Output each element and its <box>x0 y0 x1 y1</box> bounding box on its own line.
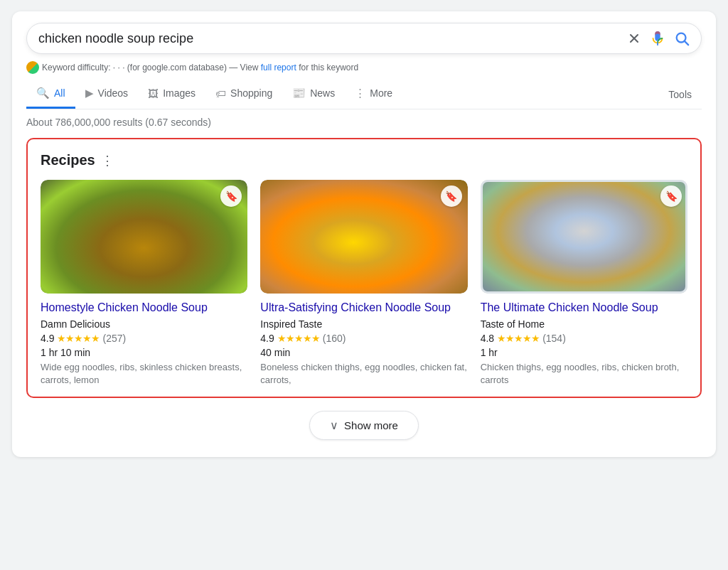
recipe-rating-1: 4.9 ★★★★★ (257) <box>41 333 247 344</box>
kw-full-report-link[interactable]: full report <box>261 63 296 72</box>
recipe-rating-value-2: 4.9 <box>260 333 274 344</box>
tools-tab[interactable]: Tools <box>658 82 702 107</box>
tab-more[interactable]: ⋮ More <box>345 80 402 109</box>
recipe-ingredients-3: Chicken thighs, egg noodles, ribs, chick… <box>481 361 687 387</box>
news-icon: 📰 <box>292 87 306 100</box>
recipe-stars-1: ★★★★★ <box>57 333 100 344</box>
page-wrapper: Keyword difficulty: · · · (for google.co… <box>12 11 716 457</box>
recipe-time-3: 1 hr <box>481 347 687 358</box>
search-bar <box>26 23 702 54</box>
nav-tabs: 🔍 All ▶ Videos 🖼 Images 🏷 Shopping 📰 New… <box>26 80 702 109</box>
recipe-rating-2: 4.9 ★★★★★ (160) <box>260 333 467 344</box>
tab-shopping-label: Shopping <box>230 87 272 99</box>
recipe-ingredients-1: Wide egg noodles, ribs, skinless chicken… <box>41 361 247 387</box>
tab-more-label: More <box>370 87 392 99</box>
recipe-image-3: 🔖 <box>481 180 687 294</box>
show-more-chevron: ∨ <box>330 419 338 432</box>
recipe-rating-count-3: (154) <box>542 333 566 344</box>
recipe-grid: 🔖 Homestyle Chicken Noodle Soup Damn Del… <box>41 180 687 387</box>
recipe-title-1[interactable]: Homestyle Chicken Noodle Soup <box>41 301 247 316</box>
videos-icon: ▶ <box>85 87 94 100</box>
voice-search-button[interactable] <box>650 31 665 46</box>
bookmark-button-3[interactable]: 🔖 <box>660 185 682 207</box>
recipe-stars-3: ★★★★★ <box>497 333 540 344</box>
images-icon: 🖼 <box>148 87 159 100</box>
recipes-options-button[interactable]: ⋮ <box>101 153 114 168</box>
tab-shopping[interactable]: 🏷 Shopping <box>205 80 282 109</box>
search-icons <box>627 31 690 46</box>
recipe-stars-2: ★★★★★ <box>277 333 320 344</box>
tab-images[interactable]: 🖼 Images <box>138 80 205 109</box>
recipe-item-3: 🔖 The Ultimate Chicken Noodle Soup Taste… <box>481 180 687 387</box>
recipe-time-1: 1 hr 10 min <box>41 347 247 358</box>
recipes-title: Recipes <box>41 152 95 168</box>
recipe-time-2: 40 min <box>260 347 467 358</box>
recipe-rating-count-2: (160) <box>323 333 346 344</box>
search-submit-button[interactable] <box>674 31 690 46</box>
recipe-rating-count-1: (257) <box>102 333 126 344</box>
recipe-ingredients-2: Boneless chicken thighs, egg noodles, ch… <box>260 361 467 387</box>
tab-all[interactable]: 🔍 All <box>26 80 75 109</box>
recipe-source-2: Inspired Taste <box>260 318 467 330</box>
search-input[interactable] <box>38 31 627 46</box>
bookmark-button-2[interactable]: 🔖 <box>441 185 462 207</box>
recipe-title-3[interactable]: The Ultimate Chicken Noodle Soup <box>481 301 687 316</box>
tab-news-label: News <box>310 87 335 99</box>
tab-videos-label: Videos <box>98 87 129 99</box>
more-icon: ⋮ <box>355 87 365 100</box>
kw-difficulty-text: Keyword difficulty: · · · (for google.co… <box>42 63 358 72</box>
svg-line-4 <box>685 41 688 45</box>
tab-videos[interactable]: ▶ Videos <box>75 80 139 109</box>
show-more-button[interactable]: ∨ Show more <box>309 411 419 440</box>
show-more-label: Show more <box>344 419 398 431</box>
tab-news[interactable]: 📰 News <box>282 80 345 109</box>
clear-button[interactable] <box>627 31 641 45</box>
recipe-source-1: Damn Delicious <box>41 318 247 330</box>
recipe-source-3: Taste of Home <box>481 318 687 330</box>
keyword-difficulty-bar: Keyword difficulty: · · · (for google.co… <box>26 61 702 74</box>
show-more-wrapper: ∨ Show more <box>26 411 702 440</box>
recipe-rating-value-3: 4.8 <box>481 333 494 344</box>
recipe-title-2[interactable]: Ultra-Satisfying Chicken Noodle Soup <box>260 301 467 316</box>
shopping-icon: 🏷 <box>215 87 226 100</box>
recipes-header: Recipes ⋮ <box>41 152 687 168</box>
recipe-rating-value-1: 4.9 <box>41 333 54 344</box>
tab-images-label: Images <box>163 87 196 99</box>
kw-icon <box>26 61 39 74</box>
recipe-item-1: 🔖 Homestyle Chicken Noodle Soup Damn Del… <box>41 180 247 387</box>
recipe-item-2: 🔖 Ultra-Satisfying Chicken Noodle Soup I… <box>260 180 467 387</box>
recipes-card: Recipes ⋮ 🔖 Homestyle Chicken Noodle Sou… <box>26 138 702 398</box>
recipe-image-2: 🔖 <box>260 180 467 294</box>
result-count: About 786,000,000 results (0.67 seconds) <box>26 117 702 128</box>
recipe-image-1: 🔖 <box>41 180 247 294</box>
recipe-rating-3: 4.8 ★★★★★ (154) <box>481 333 687 344</box>
all-icon: 🔍 <box>36 87 50 100</box>
tab-all-label: All <box>54 87 65 99</box>
